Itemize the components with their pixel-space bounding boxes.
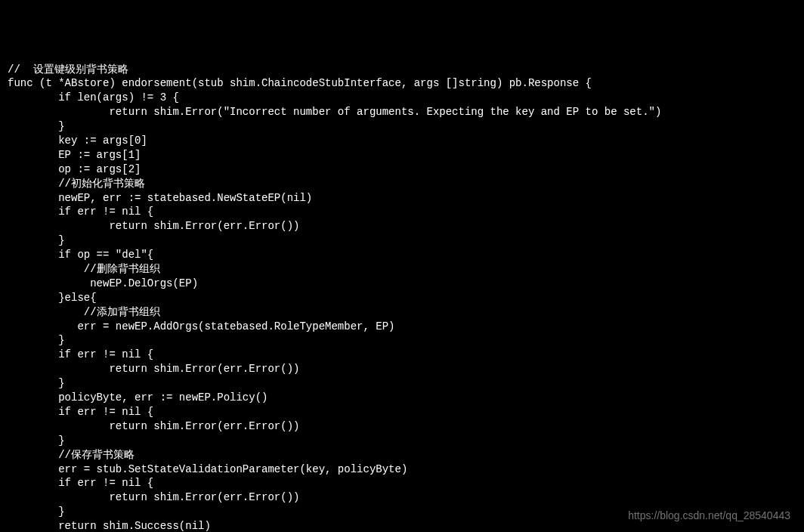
- code-line: if err != nil {: [8, 348, 796, 362]
- code-line: if err != nil {: [8, 476, 796, 490]
- code-line: }else{: [8, 291, 796, 305]
- code-line: func (t *ABstore) endorsement(stub shim.…: [8, 76, 796, 91]
- code-line: return shim.Error(err.Error()): [8, 419, 796, 434]
- code-line: EP := args[1]: [8, 148, 796, 162]
- code-line: newEP.DelOrgs(EP): [8, 277, 796, 291]
- code-line: }: [8, 434, 796, 448]
- code-line: }: [8, 333, 796, 348]
- code-line: //初始化背书策略: [8, 177, 796, 191]
- code-line: err = stub.SetStateValidationParameter(k…: [8, 462, 796, 477]
- code-line: }: [8, 234, 796, 248]
- code-line: policyByte, err := newEP.Policy(): [8, 391, 796, 405]
- code-line: //添加背书组织: [8, 305, 796, 320]
- code-line: return shim.Error(err.Error()): [8, 490, 796, 505]
- code-line: return shim.Error("Incorrect number of a…: [8, 105, 796, 119]
- code-block: // 设置键级别背书策略func (t *ABstore) endorsemen…: [8, 63, 796, 532]
- code-line: if op == "del"{: [8, 248, 796, 262]
- code-line: //删除背书组织: [8, 262, 796, 277]
- code-line: newEP, err := statebased.NewStateEP(nil): [8, 191, 796, 206]
- code-line: if err != nil {: [8, 205, 796, 219]
- code-line: return shim.Error(err.Error()): [8, 219, 796, 234]
- code-line: }: [8, 376, 796, 391]
- code-line: }: [8, 119, 796, 134]
- code-line: //保存背书策略: [8, 448, 796, 462]
- code-line: // 设置键级别背书策略: [8, 63, 796, 77]
- code-line: err = newEP.AddOrgs(statebased.RoleTypeM…: [8, 320, 796, 334]
- code-line: op := args[2]: [8, 162, 796, 177]
- watermark-text: https://blog.csdn.net/qq_28540443: [628, 509, 790, 523]
- code-line: if len(args) != 3 {: [8, 91, 796, 105]
- code-line: return shim.Error(err.Error()): [8, 362, 796, 376]
- code-line: key := args[0]: [8, 134, 796, 148]
- code-line: if err != nil {: [8, 405, 796, 419]
